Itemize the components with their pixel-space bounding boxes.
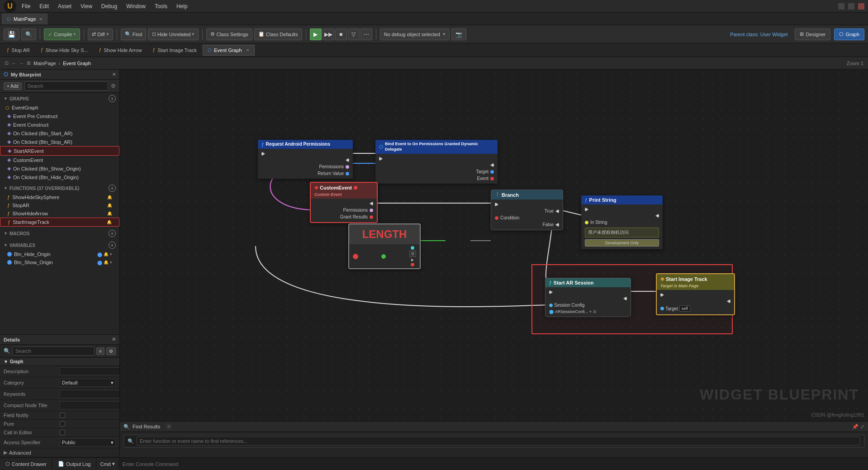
- tab-close-icon[interactable]: ✕: [39, 17, 43, 22]
- show-hide-sky-sphere-item[interactable]: ƒ ShowHideSkySphere 🔔: [0, 193, 119, 201]
- menu-view[interactable]: View: [77, 2, 96, 10]
- debug-object-select[interactable]: No debug object selected ▾: [380, 28, 450, 40]
- keywords-input[interactable]: [60, 390, 119, 398]
- event-graph-close-icon[interactable]: ✕: [246, 48, 250, 52]
- menu-debug[interactable]: Debug: [98, 2, 121, 10]
- details-list-view-btn[interactable]: ≡: [96, 347, 104, 355]
- debug-camera-btn[interactable]: 📷: [451, 28, 466, 40]
- browse-btn[interactable]: 🔍: [21, 28, 36, 40]
- more-btn[interactable]: ⋯: [360, 28, 372, 40]
- find-search-input[interactable]: [137, 437, 860, 446]
- graphs-section-header[interactable]: ▼ GRAPHS +: [0, 94, 119, 104]
- functions-section-title: FUNCTIONS (37 OVERRIDABLE): [9, 186, 79, 191]
- arsession-expand[interactable]: ▾: [589, 309, 592, 314]
- start-ar-event-item[interactable]: ◈ StartAREvent: [0, 146, 119, 156]
- show-hide-sky-tab[interactable]: ƒ Show Hide Sky S...: [36, 45, 93, 56]
- main-page-tab[interactable]: ⬡ MainPage ✕: [2, 14, 47, 24]
- find-btn[interactable]: 🔍 Find: [121, 28, 146, 40]
- custom-event-node[interactable]: ◈ CustomEvent Custom Event Permissions: [310, 182, 378, 223]
- diff-btn[interactable]: ⇄ Diff ▾: [88, 28, 113, 40]
- access-specifier-select[interactable]: Public ▾: [60, 438, 116, 446]
- find-panel-pin-icon[interactable]: 📌: [852, 424, 859, 430]
- graph-section-header[interactable]: ▼ Graph: [0, 358, 119, 366]
- back-btn[interactable]: ←: [11, 61, 16, 66]
- start-image-track-func-item[interactable]: ƒ StartImageTrack 🔔: [0, 218, 119, 227]
- start-image-track-tab[interactable]: ƒ Start Image Track: [148, 45, 202, 56]
- stop-ar-tab[interactable]: ƒ Stop AR: [2, 45, 35, 56]
- show-hide-arrow-item[interactable]: ƒ ShowHideArrow 🔔: [0, 209, 119, 218]
- event-graph-tab[interactable]: ⬡ Event Graph ✕: [203, 45, 255, 56]
- on-clicked-start-ar-item[interactable]: ◈ On Clicked (Btn_Start_AR): [0, 129, 119, 138]
- functions-add-btn[interactable]: +: [109, 185, 116, 192]
- length-node[interactable]: LENGTH 0 ▶: [348, 223, 421, 269]
- request-android-node[interactable]: ƒ Request Android Permissions Permission…: [258, 140, 353, 179]
- stop-ar-func-item[interactable]: ƒ StopAR 🔔: [0, 201, 119, 209]
- graph-btn[interactable]: ⬡ Graph: [834, 28, 864, 40]
- class-defaults-btn[interactable]: 📋 Class Defaults: [254, 28, 302, 40]
- bind-event-node[interactable]: ⬡ Bind Event to On Permissions Granted D…: [375, 140, 498, 184]
- add-btn[interactable]: + Add: [4, 82, 22, 90]
- category-select[interactable]: Default ▾: [60, 379, 116, 387]
- advanced-row[interactable]: ▶ Advanced: [0, 448, 119, 457]
- variables-section-header[interactable]: ▼ VARIABLES +: [0, 240, 119, 250]
- close-btn[interactable]: [858, 3, 864, 9]
- btn-hide-origin-item[interactable]: Btn_Hide_Origin ⬤ 🔔 ▾: [0, 250, 119, 258]
- on-clicked-hide-origin-item[interactable]: ◈ On Clicked (Btn_Hide_Origin): [0, 173, 119, 181]
- compile-btn[interactable]: ✓ Compile ▾: [44, 28, 80, 40]
- content-drawer-btn[interactable]: ⬡ Content Drawer: [0, 458, 52, 470]
- event-pre-construct-item[interactable]: ◈ Event Pre Construct: [0, 112, 119, 120]
- cmd-select[interactable]: Cmd ▾: [96, 460, 119, 468]
- custom-event-item[interactable]: ◈ CustomEvent: [0, 156, 119, 164]
- menu-window[interactable]: Window: [123, 2, 149, 10]
- menu-tools[interactable]: Tools: [151, 2, 171, 10]
- menu-edit[interactable]: Edit: [36, 2, 52, 10]
- print-string-node[interactable]: ƒ Print String In String 用户未授权相机访问: [581, 195, 663, 249]
- start-image-track-node[interactable]: ◈ Start Image Track Target is Main Page: [656, 273, 735, 315]
- class-defaults-label: Class Defaults: [266, 32, 298, 37]
- blueprint-gear-icon[interactable]: ⚙: [111, 83, 116, 89]
- event-construct-item[interactable]: ◈ Event Construct: [0, 120, 119, 129]
- functions-section-header[interactable]: ▼ FUNCTIONS (37 OVERRIDABLE) +: [0, 183, 119, 193]
- branch-node[interactable]: ⋮ Branch True Condition: [491, 190, 563, 230]
- compact-node-title-input[interactable]: [60, 401, 119, 409]
- on-clicked-stop-ar-item[interactable]: ◈ On Clicked (Btn_Stop_AR): [0, 138, 119, 146]
- details-search-input[interactable]: [12, 347, 95, 356]
- menu-file[interactable]: File: [18, 2, 34, 10]
- resume-btn[interactable]: ▶▶: [323, 28, 334, 40]
- menu-help[interactable]: Help: [173, 2, 191, 10]
- show-hide-arrow-tab[interactable]: ƒ Show Hide Arrow: [94, 45, 147, 56]
- find-panel-close-btn[interactable]: ×: [166, 423, 172, 430]
- pure-checkbox[interactable]: [60, 421, 65, 427]
- output-log-btn[interactable]: 📄 Output Log: [52, 458, 96, 470]
- menu-asset[interactable]: Asset: [54, 2, 75, 10]
- btn-show-origin-item[interactable]: Btn_Show_Origin ⬤ 🔔 ▾: [0, 258, 119, 266]
- details-close-icon[interactable]: ✕: [112, 337, 116, 342]
- blueprint-panel-close-icon[interactable]: ✕: [112, 72, 116, 77]
- hide-unrelated-btn[interactable]: ⊡ Hide Unrelated ▾: [148, 28, 199, 40]
- call-in-editor-checkbox[interactable]: [60, 430, 65, 435]
- field-notify-checkbox[interactable]: [60, 413, 65, 418]
- details-settings-btn[interactable]: ⚙: [106, 347, 116, 355]
- eventgraph-item[interactable]: ⬡ EventGraph: [0, 104, 119, 112]
- class-settings-btn[interactable]: ⚙ Class Settings: [206, 28, 252, 40]
- graphs-add-btn[interactable]: +: [109, 95, 116, 102]
- find-panel-expand-icon[interactable]: ⤢: [860, 424, 864, 430]
- variables-add-btn[interactable]: +: [109, 242, 116, 249]
- skip-btn[interactable]: ▽: [348, 28, 360, 40]
- save-btn[interactable]: 💾: [4, 28, 19, 40]
- graph-canvas[interactable]: ƒ Request Android Permissions Permission…: [120, 70, 868, 421]
- forward-btn[interactable]: →: [19, 61, 24, 66]
- console-input[interactable]: [119, 458, 868, 470]
- description-input[interactable]: [60, 367, 119, 375]
- stop-btn[interactable]: ■: [335, 28, 347, 40]
- designer-btn[interactable]: ⊞ Designer: [795, 28, 830, 40]
- start-ar-node[interactable]: ƒ Start AR Session Session Config: [545, 278, 631, 317]
- on-clicked-show-origin-item[interactable]: ◈ On Clicked (Btn_Show_Origin): [0, 164, 119, 173]
- minimize-btn[interactable]: [838, 3, 844, 9]
- blueprint-search-input[interactable]: [24, 81, 108, 90]
- macros-section-header[interactable]: ▼ MACROS +: [0, 228, 119, 238]
- macros-add-btn[interactable]: +: [109, 230, 116, 237]
- parent-class-link[interactable]: User Widget: [760, 32, 788, 37]
- play-btn[interactable]: ▶: [310, 28, 322, 40]
- maximize-btn[interactable]: [848, 3, 854, 9]
